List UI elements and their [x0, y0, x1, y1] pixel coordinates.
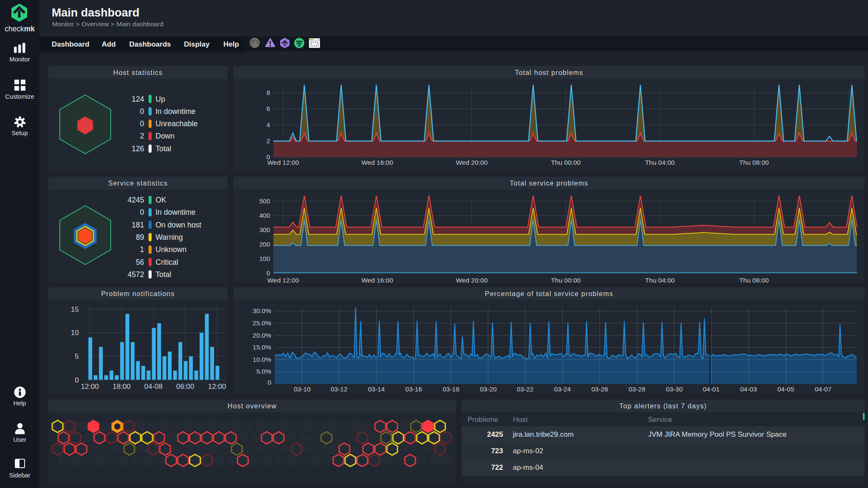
svg-text:Critical: Critical [156, 258, 178, 266]
svg-text:56: 56 [136, 258, 144, 266]
svg-text:Up: Up [156, 95, 165, 103]
svg-text:03-24: 03-24 [554, 385, 571, 393]
svg-text:03-12: 03-12 [331, 385, 348, 393]
svg-text:89: 89 [136, 233, 144, 241]
svg-text:0: 0 [140, 107, 144, 116]
svg-text:Down: Down [156, 132, 175, 140]
svg-text:04-05: 04-05 [777, 385, 794, 393]
svg-text:Total: Total [156, 144, 171, 153]
svg-text:4: 4 [267, 121, 270, 128]
svg-text:Thu 08:00: Thu 08:00 [739, 159, 769, 166]
svg-text:Thu 00:00: Thu 00:00 [551, 277, 581, 283]
svg-text:Wed 16:00: Wed 16:00 [362, 277, 393, 283]
svg-text:04-07: 04-07 [815, 385, 832, 393]
svg-text:0: 0 [140, 119, 144, 128]
svg-text:On down host: On down host [156, 221, 201, 229]
svg-text:In downtime: In downtime [156, 208, 195, 216]
svg-text:200: 200 [259, 241, 270, 248]
svg-text:500: 500 [259, 197, 270, 205]
svg-text:03-22: 03-22 [517, 385, 534, 393]
svg-text:0: 0 [267, 269, 270, 277]
svg-text:03-14: 03-14 [368, 385, 385, 393]
svg-text:Wed 20:00: Wed 20:00 [456, 159, 488, 166]
svg-text:Total: Total [156, 270, 171, 279]
svg-text:300: 300 [259, 226, 270, 233]
svg-text:4245: 4245 [128, 196, 144, 204]
svg-text:Thu 00:00: Thu 00:00 [551, 159, 581, 166]
svg-text:Unreachable: Unreachable [156, 119, 198, 128]
svg-text:10.0%: 10.0% [253, 356, 271, 363]
svg-text:2: 2 [140, 132, 144, 140]
svg-text:03-10: 03-10 [294, 385, 311, 393]
svg-text:181: 181 [132, 221, 144, 229]
svg-text:2: 2 [267, 137, 270, 144]
svg-text:03-30: 03-30 [666, 385, 683, 393]
svg-text:In downtime: In downtime [156, 107, 195, 116]
svg-text:15: 15 [71, 305, 79, 313]
svg-text:25.0%: 25.0% [253, 319, 271, 327]
svg-text:12:00: 12:00 [208, 383, 226, 391]
svg-text:Unknown: Unknown [156, 245, 186, 254]
svg-text:0: 0 [267, 379, 271, 386]
svg-text:03-28: 03-28 [629, 385, 645, 393]
svg-text:06:00: 06:00 [176, 383, 195, 391]
svg-text:6: 6 [267, 105, 270, 112]
svg-text:Warning: Warning [156, 233, 183, 241]
svg-text:03-26: 03-26 [591, 385, 608, 393]
svg-text:100: 100 [259, 255, 270, 262]
svg-text:Wed 16:00: Wed 16:00 [362, 159, 393, 166]
svg-text:OK: OK [156, 196, 167, 204]
svg-text:20.0%: 20.0% [253, 332, 271, 339]
svg-text:0: 0 [75, 376, 79, 384]
svg-text:04-01: 04-01 [703, 385, 720, 393]
svg-text:Wed 12:00: Wed 12:00 [267, 159, 299, 166]
svg-text:5: 5 [75, 352, 79, 360]
svg-text:Thu 04:00: Thu 04:00 [645, 159, 675, 166]
svg-text:Thu 08:00: Thu 08:00 [739, 277, 769, 283]
svg-text:1: 1 [140, 245, 144, 254]
svg-text:8: 8 [267, 89, 270, 96]
svg-text:30.0%: 30.0% [253, 307, 271, 314]
svg-text:03-20: 03-20 [480, 385, 497, 393]
svg-text:126: 126 [132, 144, 144, 153]
svg-text:checkmk: checkmk [5, 25, 35, 33]
svg-text:5.0%: 5.0% [256, 368, 272, 375]
svg-text:Wed 20:00: Wed 20:00 [456, 277, 488, 283]
svg-text:18:00: 18:00 [113, 383, 131, 391]
svg-text:10: 10 [71, 329, 79, 337]
svg-text:15.0%: 15.0% [253, 344, 271, 351]
svg-text:0: 0 [140, 208, 144, 216]
svg-text:12:00: 12:00 [81, 383, 99, 391]
svg-text:4572: 4572 [128, 270, 144, 279]
svg-text:Wed 12:00: Wed 12:00 [267, 277, 299, 283]
svg-text:03-18: 03-18 [442, 385, 459, 393]
svg-text:04-08: 04-08 [144, 383, 162, 391]
svg-text:Thu 04:00: Thu 04:00 [645, 277, 675, 283]
svg-text:03-16: 03-16 [405, 385, 422, 393]
svg-text:04-03: 04-03 [740, 385, 757, 393]
svg-text:400: 400 [259, 212, 270, 219]
svg-text:124: 124 [132, 95, 144, 103]
